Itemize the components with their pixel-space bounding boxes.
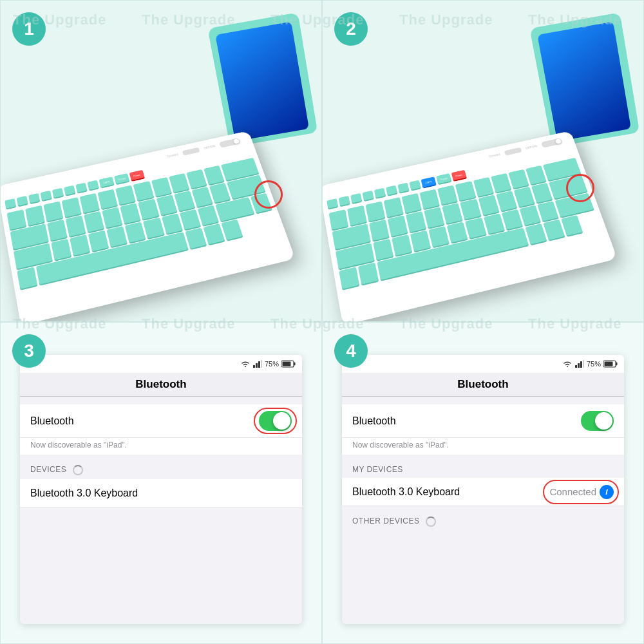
power-key-circle-1 <box>254 180 283 209</box>
step-number-4: 4 <box>346 341 356 361</box>
step-number-1: 1 <box>24 19 34 39</box>
panel-step-4: 4 75% <box>322 322 644 644</box>
spinner-4 <box>426 516 436 527</box>
step-circle-1: 1 <box>12 12 46 46</box>
connected-status-4: Connected <box>549 486 596 497</box>
bluetooth-toggle-3[interactable] <box>259 411 292 431</box>
step-number-3: 3 <box>24 341 34 361</box>
spinner-3 <box>73 465 83 475</box>
keyboard-scene-1: Connect OFF/ON <box>1 1 321 321</box>
discoverable-text-4: Now discoverable as "iPad". <box>342 438 624 455</box>
svg-rect-2 <box>258 361 260 368</box>
device-name-3: Bluetooth 3.0 Keyboard <box>30 488 138 499</box>
bluetooth-label-4: Bluetooth <box>352 415 396 427</box>
wifi-icon-4 <box>562 360 573 368</box>
keyboard-scene-2: Connect OFF/ON <box>323 1 643 321</box>
status-bar-3: 75% <box>20 355 302 373</box>
nav-bar-4: Bluetooth <box>342 373 624 397</box>
svg-rect-3 <box>261 360 262 368</box>
bluetooth-screen-3: 75% Bluetooth Bluetooth <box>20 355 302 624</box>
svg-rect-10 <box>583 360 584 368</box>
nav-bar-3: Bluetooth <box>20 373 302 397</box>
signal-icon-4 <box>575 360 584 368</box>
svg-rect-9 <box>580 361 582 368</box>
step-circle-3: 3 <box>12 334 46 368</box>
status-icons-3: 75% <box>240 360 296 368</box>
panel-step-1: 1 Connect OFF/ON <box>0 0 322 322</box>
signal-icon-3 <box>253 360 262 368</box>
toggle-thumb-4 <box>595 412 612 430</box>
main-grid: 1 Connect OFF/ON <box>0 0 644 644</box>
battery-icon-4 <box>603 360 618 368</box>
svg-rect-1 <box>256 363 258 368</box>
svg-rect-8 <box>578 363 580 368</box>
toggle-thumb-3 <box>273 412 290 430</box>
keyboard-body-1: Connect OFF/ON <box>1 131 296 321</box>
bluetooth-label-3: Bluetooth <box>30 415 74 427</box>
panel-step-3: 3 <box>0 322 322 644</box>
bluetooth-toggle-row-3: Bluetooth <box>20 404 302 438</box>
svg-rect-6 <box>283 362 291 366</box>
info-button-4[interactable]: i <box>600 485 614 499</box>
discoverable-text-3: Now discoverable as "iPad". <box>20 438 302 455</box>
bluetooth-screen-4: 75% Bluetooth Bluetooth <box>342 355 624 624</box>
nav-title-4: Bluetooth <box>457 378 508 390</box>
bluetooth-toggle-row-4: Bluetooth <box>342 404 624 438</box>
devices-header-3: DEVICES <box>20 455 302 479</box>
device-row-4[interactable]: Bluetooth 3.0 Keyboard Connected i <box>342 478 624 506</box>
step-circle-4: 4 <box>334 334 368 368</box>
battery-icon-3 <box>281 360 296 368</box>
device-name-4: Bluetooth 3.0 Keyboard <box>352 486 460 498</box>
svg-rect-12 <box>616 363 618 366</box>
nav-title-3: Bluetooth <box>135 378 186 390</box>
connect-key-circle-2 <box>566 174 594 202</box>
keyboard-body-2: Connect OFF/ON <box>323 131 618 321</box>
status-icons-4: 75% <box>562 360 618 368</box>
svg-rect-5 <box>294 363 296 366</box>
battery-3: 75% <box>265 360 279 368</box>
device-row-3[interactable]: Bluetooth 3.0 Keyboard <box>20 479 302 507</box>
wifi-icon-3 <box>240 360 251 368</box>
panel-step-2: 2 Connect OFF/ON <box>322 0 644 322</box>
bluetooth-toggle-4[interactable] <box>581 411 614 431</box>
svg-rect-13 <box>605 362 613 366</box>
status-bar-4: 75% <box>342 355 624 373</box>
my-devices-header-4: MY DEVICES <box>342 455 624 478</box>
step-number-2: 2 <box>346 19 356 39</box>
toggle-wrapper-3 <box>259 411 292 431</box>
svg-rect-0 <box>253 365 255 368</box>
other-devices-header-4: OTHER DEVICES <box>342 506 624 531</box>
battery-4: 75% <box>587 360 601 368</box>
step-circle-2: 2 <box>334 12 368 46</box>
svg-rect-7 <box>575 365 577 368</box>
connected-badge-4: Connected i <box>549 485 614 499</box>
